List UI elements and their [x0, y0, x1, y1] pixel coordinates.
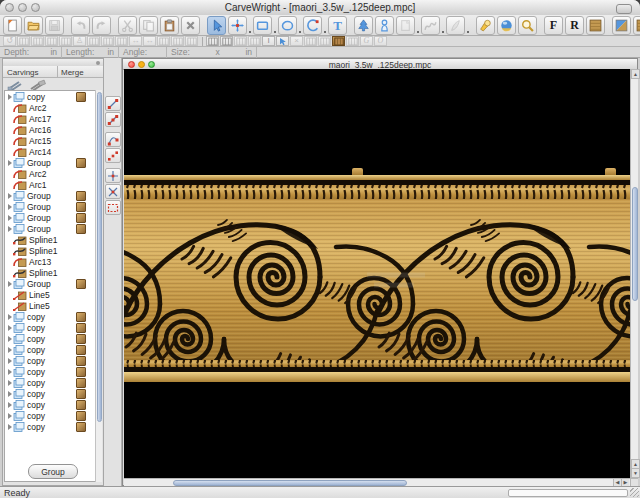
carve-region-tool-button[interactable] [354, 16, 373, 35]
expand-arrow-icon[interactable] [8, 215, 12, 221]
tree-item-arc16[interactable]: Arc16 [5, 124, 95, 135]
expand-arrow-icon[interactable] [8, 358, 12, 364]
tree-item-group[interactable]: Group [5, 278, 95, 289]
tree-item-arc2[interactable]: Arc2 [5, 102, 95, 113]
merge-column-header[interactable]: Merge [61, 68, 84, 77]
sidebar-scrollbar[interactable] [95, 90, 102, 482]
tree-item-line5[interactable]: Line5 [5, 289, 95, 300]
carving-board[interactable] [124, 175, 630, 382]
tree-item-group[interactable]: Group [5, 223, 95, 234]
expand-arrow-icon[interactable] [8, 325, 12, 331]
tree-item-arc13[interactable]: Arc13 [5, 256, 95, 267]
expand-arrow-icon[interactable] [8, 281, 12, 287]
feather-tool-button[interactable] [446, 16, 465, 35]
small-page-button-3[interactable] [185, 36, 198, 46]
merge-chip-icon[interactable] [76, 213, 86, 223]
tool-option-dot-icon[interactable] [249, 31, 251, 33]
active-board-face-button[interactable] [332, 36, 345, 46]
board-texture-button[interactable] [586, 16, 605, 35]
tree-item-copy[interactable]: copy [5, 377, 95, 388]
tool-option-dot-icon[interactable] [274, 31, 276, 33]
carving-canvas[interactable] [124, 69, 630, 478]
tree-item-copy[interactable]: copy [5, 366, 95, 377]
expand-arrow-icon[interactable] [8, 380, 12, 386]
depth-field[interactable]: Depth: in [0, 47, 62, 58]
tree-item-copy[interactable]: copy [5, 355, 95, 366]
profile-tool-button[interactable] [375, 16, 394, 35]
outline-tool-button[interactable] [396, 16, 415, 35]
open-file-button[interactable] [24, 16, 43, 35]
board-face-button-2[interactable] [318, 36, 331, 46]
italic-o-button[interactable]: O [374, 36, 387, 46]
merge-chip-icon[interactable] [76, 422, 86, 432]
ellipse-tool-button[interactable] [278, 16, 297, 35]
small-board-button-1[interactable] [17, 36, 30, 46]
snap-vertical-button[interactable] [105, 184, 121, 199]
text-tool-button[interactable]: T [328, 16, 347, 35]
merge-chip-icon[interactable] [76, 158, 86, 168]
scroll-up-icon[interactable]: ▲ [631, 69, 640, 79]
tree-item-copy[interactable]: copy [5, 410, 95, 421]
tree-item-copy[interactable]: copy [5, 421, 95, 432]
length-field[interactable]: Length: in [62, 47, 119, 58]
angle-field[interactable]: Angle: [119, 47, 167, 58]
expand-arrow-icon[interactable] [8, 347, 12, 353]
redo-button[interactable] [92, 16, 111, 35]
tree-item-arc1[interactable]: Arc1 [5, 179, 95, 190]
snap-horizontal-button[interactable] [105, 168, 121, 183]
board-layer-button-1[interactable] [206, 36, 219, 46]
spotlight-button[interactable] [476, 16, 495, 35]
tree-item-spline1[interactable]: Spline1 [5, 234, 95, 245]
expand-arrow-icon[interactable] [8, 226, 12, 232]
render-3d-button[interactable] [497, 16, 516, 35]
small-cursor-button[interactable] [276, 36, 289, 46]
arc-tool-button[interactable] [303, 16, 322, 35]
node-curve-tool-button[interactable] [105, 132, 121, 147]
board-layer-button-3[interactable] [234, 36, 247, 46]
small-undo-button[interactable]: ↺ [3, 36, 16, 46]
save-file-button[interactable] [45, 16, 64, 35]
small-person-button[interactable]: ♙ [73, 36, 86, 46]
merge-chip-icon[interactable] [76, 92, 86, 102]
tree-item-arc17[interactable]: Arc17 [5, 113, 95, 124]
toolbar-toggle-button[interactable] [616, 4, 632, 14]
tree-item-copy[interactable]: copy [5, 322, 95, 333]
rectangle-tool-button[interactable] [253, 16, 272, 35]
tool-option-dot-icon[interactable] [417, 31, 419, 33]
column-divider[interactable] [57, 66, 58, 77]
merge-chip-icon[interactable] [76, 279, 86, 289]
merge-chip-icon[interactable] [76, 224, 86, 234]
mallet-tool-icon[interactable] [29, 79, 47, 91]
small-board-button-4[interactable] [59, 36, 72, 46]
merge-chip-icon[interactable] [76, 356, 86, 366]
merge-chip-icon[interactable] [76, 312, 86, 322]
board-face-button-1[interactable] [304, 36, 317, 46]
tree-item-group[interactable]: Group [5, 190, 95, 201]
resize-grip[interactable] [630, 488, 639, 497]
small-board-button-5[interactable] [87, 36, 100, 46]
expand-arrow-icon[interactable] [8, 369, 12, 375]
expand-arrow-icon[interactable] [8, 413, 12, 419]
merge-chip-icon[interactable] [76, 389, 86, 399]
delete-button[interactable] [181, 16, 200, 35]
tree-item-line5[interactable]: Line5 [5, 300, 95, 311]
tree-item-arc2[interactable]: Arc2 [5, 168, 95, 179]
tree-item-spline1[interactable]: Spline1 [5, 245, 95, 256]
undo-button[interactable] [71, 16, 90, 35]
expand-arrow-icon[interactable] [8, 160, 12, 166]
tree-item-copy[interactable]: copy [5, 388, 95, 399]
node-marquee-button[interactable] [105, 200, 121, 215]
vertical-scrollbar-thumb[interactable] [632, 187, 638, 301]
board-layer-button-2[interactable] [220, 36, 233, 46]
front-view-button[interactable]: F [544, 16, 563, 35]
horizontal-scrollbar-thumb[interactable] [173, 480, 407, 486]
expand-arrow-icon[interactable] [8, 391, 12, 397]
select-tool-button[interactable] [207, 16, 226, 35]
expand-arrow-icon[interactable] [8, 94, 12, 100]
board-layer-button-4[interactable] [248, 36, 261, 46]
italic-g-button[interactable]: G [360, 36, 373, 46]
split-board-view-button[interactable] [612, 16, 631, 35]
merge-chip-icon[interactable] [76, 323, 86, 333]
tool-option-dot-icon[interactable] [324, 31, 326, 33]
small-board-button-7[interactable] [115, 36, 128, 46]
